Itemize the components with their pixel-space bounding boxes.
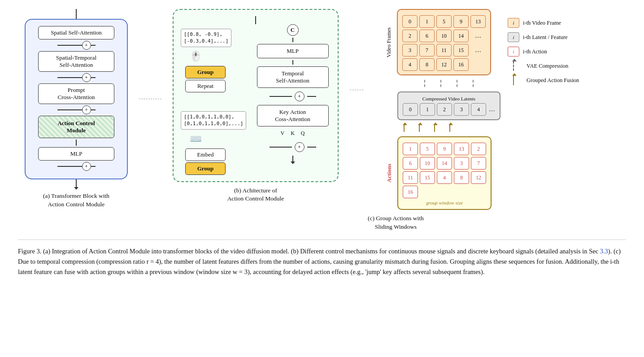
vf-cell-3-1: 8: [419, 58, 435, 71]
panel-c-inner: Video Frames 0 1 5 9 13 2: [368, 9, 626, 210]
ac-0-1: 5: [420, 143, 435, 155]
vf-cell-3-2: 12: [436, 58, 452, 71]
arch-top-in: [255, 16, 256, 24]
spatial-temporal-box: Spatial-TemporalSelf-Attention: [38, 51, 114, 72]
figure-container: Spatial Self-Attention + Spatial-Tempora…: [18, 9, 626, 277]
actions-row: Actions 1 5 9 13 2 6 10: [386, 136, 500, 210]
vf-cell-0-0: 0: [402, 15, 418, 28]
plus-row-4: +: [57, 162, 96, 171]
vf-cell-1-1: 6: [419, 30, 435, 42]
vf-cell-0-4: 13: [470, 15, 486, 28]
group-box-2: Group: [185, 162, 226, 175]
tsa-box: TemporalSelf-Attention: [257, 66, 329, 88]
embed-box: Embed: [185, 148, 226, 161]
cvl-1: 1: [420, 103, 435, 116]
bottom-arrow: [76, 179, 77, 187]
panel-b: [[0.8, -0.9],[-0.3,0.4],...] 🖱️ Group Re…: [166, 9, 345, 203]
cvl-4: 4: [471, 103, 486, 116]
plus-node-b: +: [295, 91, 305, 101]
solid-arrows-row: [386, 125, 500, 132]
vf-cell-2-2: 11: [436, 44, 452, 57]
q-label: Q: [301, 130, 305, 137]
repeat-box: Repeat: [185, 80, 226, 92]
diagrams-row: Spatial Self-Attention + Spatial-Tempora…: [18, 9, 626, 231]
vf-cell-2-3: 15: [453, 44, 469, 57]
bottom-arrow-b: [292, 156, 293, 162]
panel-b-label: (b) Achitecture ofAction Control Module: [227, 187, 284, 204]
legend-action-cell: i: [508, 47, 519, 57]
legend-fusion-icon: [508, 75, 523, 85]
cvl-2: 2: [437, 103, 452, 116]
vf-cell-2-0: 3: [402, 44, 418, 57]
panel-c-diagram: Video Frames 0 1 5 9 13 2: [368, 9, 500, 210]
actions-container: 1 5 9 13 2 6 10 14 3 7: [397, 136, 492, 210]
keyboard-matrix-text: [[1,0,0,1,1,0,0],[0,1,0,1,1,0,0],...]: [181, 111, 246, 130]
plus-row-1: +: [57, 41, 96, 50]
plus-row-3: +: [57, 105, 96, 114]
caption-text-1: Figure 3. (a) Integration of Action Cont…: [18, 248, 600, 255]
c-to-mlp-arrow: [292, 38, 293, 42]
vf-dots-1: …: [470, 30, 486, 42]
vf-container: 0 1 5 9 13 2 6 10 14 …: [397, 9, 491, 75]
ac-2-0: 3: [454, 157, 469, 170]
ac-0-2: 9: [437, 143, 452, 155]
connector-bc: [350, 90, 363, 90]
panel-c-legend: i i-th Video Frame i i-th Latent / Featu…: [508, 9, 579, 85]
legend-fusion-text: Grouped Action Fusion: [527, 77, 579, 84]
transformer-block: Spatial Self-Attention + Spatial-Tempora…: [25, 19, 128, 179]
acm-box: Action ControlModule: [38, 116, 114, 138]
legend-vf-cell: i: [508, 18, 519, 28]
plus-row-b: +: [270, 91, 316, 101]
vf-dots-3: [470, 58, 486, 71]
prompt-cross-box: PromptCross-Attention: [38, 83, 114, 104]
vf-cell-0-3: 9: [453, 15, 469, 28]
gws-label: group window size: [426, 200, 463, 205]
cvl-0: 0: [403, 103, 418, 116]
legend-video-frame: i i-th Video Frame: [508, 18, 579, 28]
legend-vae-icon: [508, 61, 523, 71]
ac-3-3: 16: [403, 186, 418, 198]
vf-cell-3-3: 16: [453, 58, 469, 71]
cvl-container: Compressed Video Latents 0 1 2 3 4 …: [397, 91, 500, 120]
mlp-box-a: MLP: [38, 147, 114, 161]
mouse-icon: 🖱️: [190, 51, 202, 62]
cvl-dots: …: [489, 106, 495, 113]
concat-node: C: [287, 24, 299, 36]
ac-2-1: 7: [471, 157, 486, 170]
legend-action-text: i-th Action: [523, 48, 547, 55]
k-label: K: [291, 130, 295, 137]
ac-1-3: 14: [437, 157, 452, 170]
spatial-attention-box: Spatial Self-Attention: [38, 26, 114, 39]
arrow-to-mlp: [76, 139, 77, 146]
legend-latent-cell: i: [508, 32, 519, 42]
arch-left: [[0.8, -0.9],[-0.3,0.4],...] 🖱️ Group Re…: [181, 24, 250, 175]
connector-ab: [139, 99, 161, 99]
legend-action: i i-th Action: [508, 47, 579, 57]
plus-circle-4: +: [82, 162, 91, 171]
plus-row-2: +: [57, 73, 96, 82]
vf-cell-1-2: 10: [436, 30, 452, 42]
vf-cell-3-0: 4: [402, 58, 418, 71]
plus-circle-1: +: [82, 41, 91, 50]
v-label: V: [280, 130, 284, 137]
caption-link[interactable]: 3.3: [600, 248, 608, 255]
vkq-row: V K Q: [280, 130, 305, 137]
caption-block: Figure 3. (a) Integration of Action Cont…: [18, 239, 626, 278]
legend-vae-text: VAE Compression: [527, 63, 568, 70]
ac-0-0: 1: [403, 143, 418, 155]
vf-cell-1-3: 14: [453, 30, 469, 42]
vf-row: Video Frames 0 1 5 9 13 2: [386, 9, 500, 75]
ac-2-2: 11: [403, 171, 418, 184]
ac-3-1: 8: [454, 171, 469, 184]
vf-dots-2: …: [470, 44, 486, 57]
mouse-matrix-text: [[0.8, -0.9],[-0.3,0.4],...]: [181, 29, 231, 47]
arch-main: [[0.8, -0.9],[-0.3,0.4],...] 🖱️ Group Re…: [181, 24, 331, 175]
kca-box: Key ActionCoss-Attention: [257, 105, 329, 126]
panel-a-label: (a) Transformer Block withAction Control…: [43, 192, 109, 209]
vf-cell-0-1: 1: [419, 15, 435, 28]
mlp-to-tsa: [292, 60, 293, 65]
dashed-arrows-row: [386, 80, 500, 87]
ac-1-2: 10: [420, 157, 435, 170]
acm-architecture: [[0.8, -0.9],[-0.3,0.4],...] 🖱️ Group Re…: [173, 9, 339, 182]
vf-grid: 0 1 5 9 13 2 6 10 14 …: [402, 15, 486, 71]
